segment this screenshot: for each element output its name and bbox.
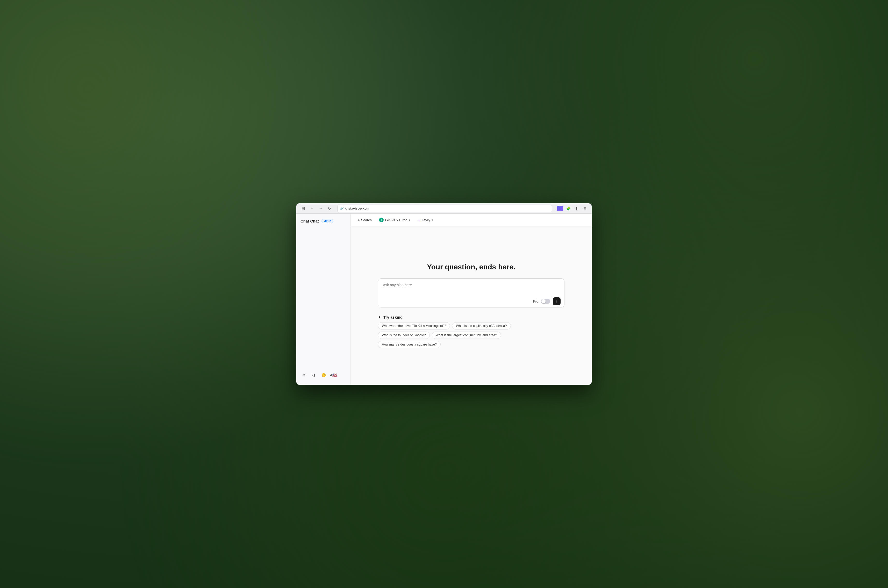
extension-info-button[interactable]: i (556, 205, 564, 212)
chat-input[interactable] (378, 279, 564, 294)
sidebar-spacer (296, 227, 351, 369)
send-button[interactable]: ↑ (553, 297, 561, 305)
sidebar-header: Chat Chat v0.1.2 (296, 217, 351, 227)
try-asking-sparkle-icon: ✦ (378, 315, 381, 320)
emoji-icon[interactable]: 😊 (320, 372, 327, 378)
browser-window: ⊟ ← → ↻ 🔗 chat.okisdev.com i 🧩 ⬇ ⊟ Chat … (296, 203, 592, 385)
chat-area: Your question, ends here. Pro ↑ ✦ (351, 226, 592, 385)
sidebar-toggle-button[interactable]: ⊟ (300, 205, 307, 212)
back-button[interactable]: ← (308, 205, 315, 212)
tavily-label: Tavily (422, 218, 430, 222)
address-bar[interactable]: 🔗 chat.okisdev.com (337, 205, 552, 212)
model-selector-button[interactable]: ✦ GPT-3.5 Turbo ▾ (376, 216, 413, 224)
suggestion-chip[interactable]: Who is the founder of Google? (378, 332, 430, 339)
app-title: Chat Chat (300, 219, 319, 223)
version-badge: v0.1.2 (321, 219, 333, 223)
browser-controls: ⊟ ← → ↻ (300, 205, 333, 212)
url-text: chat.okisdev.com (345, 207, 369, 210)
sidebar: Chat Chat v0.1.2 ⚙ ◑ 😊 A🇺🇸 (296, 214, 351, 385)
search-label: Search (361, 218, 372, 222)
search-button[interactable]: + Search (355, 216, 374, 224)
suggestion-chip[interactable]: Who wrote the novel "To Kill a Mockingbi… (378, 322, 450, 330)
suggestion-chips: Who wrote the novel "To Kill a Mockingbi… (378, 322, 564, 348)
sidebar-footer: ⚙ ◑ 😊 A🇺🇸 (296, 369, 351, 381)
theme-icon[interactable]: ◑ (310, 372, 317, 378)
try-asking-section: ✦ Try asking Who wrote the novel "To Kil… (378, 315, 564, 348)
suggestion-chip[interactable]: How many sides does a square have? (378, 341, 441, 348)
suggestion-chip[interactable]: What is the largest continent by land ar… (432, 332, 501, 339)
input-container: Pro ↑ (378, 279, 564, 308)
model-label: GPT-3.5 Turbo (385, 218, 407, 222)
app-container: Chat Chat v0.1.2 ⚙ ◑ 😊 A🇺🇸 + Search (296, 214, 592, 385)
main-content: + Search ✦ GPT-3.5 Turbo ▾ ✦ Tavily ▾ Yo… (351, 214, 592, 385)
translate-icon[interactable]: A🇺🇸 (330, 372, 337, 378)
tavily-chevron-icon: ▾ (432, 218, 433, 222)
try-asking-title: Try asking (383, 315, 402, 320)
tavily-button[interactable]: ✦ Tavily ▾ (415, 217, 436, 223)
main-heading: Your question, ends here. (427, 263, 516, 271)
input-footer: Pro ↑ (378, 295, 564, 307)
pro-label: Pro (533, 300, 538, 303)
settings-icon[interactable]: ⚙ (300, 372, 307, 378)
refresh-button[interactable]: ↻ (326, 205, 333, 212)
try-asking-header: ✦ Try asking (378, 315, 564, 320)
lock-icon: 🔗 (340, 207, 344, 210)
extension-icon: i (557, 206, 563, 212)
forward-button[interactable]: → (317, 205, 324, 212)
downloads-button[interactable]: ⬇ (573, 205, 580, 212)
tavily-sparkle-icon: ✦ (418, 218, 420, 222)
toolbar: + Search ✦ GPT-3.5 Turbo ▾ ✦ Tavily ▾ (351, 214, 592, 226)
suggestion-chip[interactable]: What is the capital city of Australia? (452, 322, 511, 330)
extension-puzzle-button[interactable]: 🧩 (565, 205, 572, 212)
model-chevron-icon: ▾ (409, 218, 410, 222)
pro-toggle[interactable] (541, 298, 550, 304)
browser-titlebar: ⊟ ← → ↻ 🔗 chat.okisdev.com i 🧩 ⬇ ⊟ (296, 203, 592, 214)
input-box: Pro ↑ (378, 279, 564, 308)
split-view-button[interactable]: ⊟ (581, 205, 588, 212)
browser-actions: i 🧩 ⬇ ⊟ (556, 205, 588, 212)
plus-icon: + (357, 218, 360, 222)
gpt-logo: ✦ (379, 218, 384, 222)
